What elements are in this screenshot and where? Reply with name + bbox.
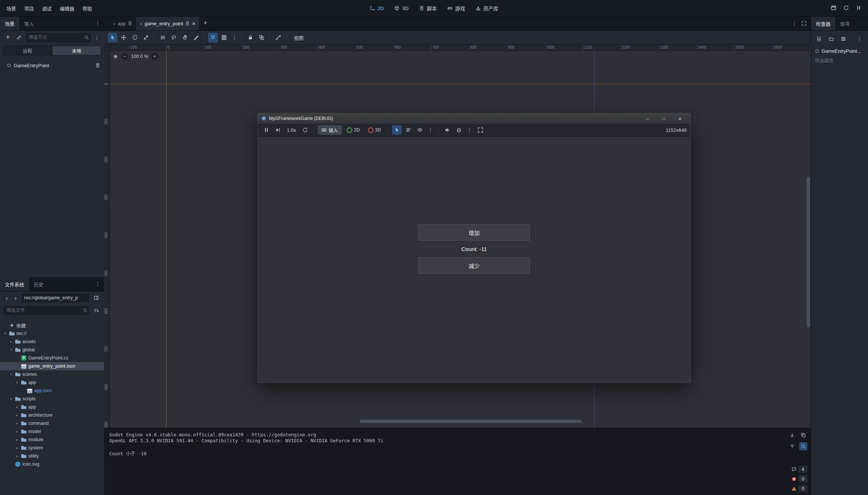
errors-badge[interactable]: 0 (791, 475, 807, 482)
scene-tab-game-entry-point[interactable]: game_entry_point (136, 16, 199, 30)
restart-game-button[interactable] (841, 3, 851, 13)
close-window-icon[interactable] (677, 116, 683, 121)
zoom-in-button[interactable]: + (151, 53, 158, 60)
menu-item[interactable]: 项目 (20, 3, 38, 13)
scroll-to-bottom-button[interactable] (788, 431, 796, 439)
attached-script-icon[interactable] (95, 63, 100, 68)
scene-tree-node[interactable]: GameEntryPoint (0, 61, 104, 70)
add-node-button[interactable] (3, 33, 13, 42)
file-tree-item[interactable]: game_entry_point.tscn (0, 362, 104, 370)
expand-arrow-icon[interactable] (15, 405, 19, 409)
grid-snap-button[interactable] (219, 33, 229, 42)
file-tree-item[interactable]: app (0, 378, 104, 387)
workspace-assetlib-button[interactable]: 资产库 (472, 3, 503, 14)
decrease-button[interactable]: 减少 (418, 257, 530, 274)
camera-3d-toggle[interactable]: 3D (365, 125, 384, 135)
fs-sort-button[interactable] (91, 306, 101, 315)
fullscreen-button[interactable] (476, 125, 485, 135)
rotate-tool-button[interactable] (130, 33, 140, 42)
distraction-free-button[interactable] (799, 19, 809, 28)
tab-filesystem[interactable]: 文件系统 (0, 277, 29, 291)
lasso-tool-button[interactable] (169, 33, 179, 42)
runtime-select-button[interactable] (392, 125, 402, 135)
filter-files-input[interactable] (6, 308, 80, 313)
new-scene-tab-button[interactable] (201, 19, 210, 28)
camera-2d-toggle[interactable]: 2D (344, 125, 363, 135)
tab-inspector[interactable]: 检查器 (811, 16, 835, 30)
game-window-titlebar[interactable]: MyGFrameworkGame (DEBUG) (258, 113, 690, 124)
2d-viewport[interactable]: -100010020030040050060070080090010001100… (104, 45, 811, 428)
file-tree-item[interactable]: scenes (0, 370, 104, 378)
list-select-button[interactable] (158, 33, 168, 42)
remote-button[interactable]: 远程 (3, 46, 52, 55)
file-tree-item[interactable]: icon.svg (0, 460, 104, 468)
workspace-game-button[interactable]: 游戏 (443, 3, 469, 14)
select-tool-button[interactable] (108, 33, 117, 42)
zoom-out-button[interactable]: − (121, 53, 128, 60)
file-tree-item[interactable]: command (0, 419, 104, 427)
inspector-menu-button[interactable] (855, 34, 864, 44)
fs-split-view-button[interactable] (91, 293, 101, 303)
smart-snap-button[interactable] (208, 33, 218, 42)
expand-arrow-icon[interactable] (15, 446, 19, 450)
center-view-icon[interactable] (113, 54, 118, 59)
new-resource-button[interactable] (816, 35, 822, 43)
file-tree-item[interactable]: architecture (0, 411, 104, 419)
menu-item[interactable]: 帮助 (78, 3, 96, 13)
scene-dock-menu-button[interactable] (94, 19, 102, 28)
ruler-tool-button[interactable] (191, 33, 201, 42)
file-tree-item[interactable]: GameEntryPoint.cs (0, 354, 104, 362)
movie-mode-button[interactable] (829, 3, 838, 13)
file-tree-item[interactable]: 收藏: (0, 321, 104, 329)
scene-tab-app[interactable]: app (109, 16, 136, 30)
messages-badge[interactable]: 4 (791, 466, 807, 473)
maximize-icon[interactable] (661, 116, 666, 121)
scene-tree-menu-button[interactable] (93, 33, 101, 42)
skeleton-options-button[interactable] (273, 33, 283, 42)
file-tree-item[interactable]: app (0, 403, 104, 411)
minimize-icon[interactable] (645, 116, 650, 121)
tab-signals[interactable]: 信号 (835, 16, 855, 30)
local-button[interactable]: 本地 (52, 46, 101, 55)
time-scale-label[interactable]: 1.0x (285, 127, 298, 133)
save-resource-button[interactable] (840, 35, 847, 43)
increase-button[interactable]: 增加 (418, 224, 530, 241)
snap-options-button[interactable] (230, 33, 239, 42)
expand-arrow-icon[interactable] (15, 381, 19, 384)
menu-item[interactable]: 调试 (38, 3, 56, 13)
file-tree-item[interactable]: res:// (0, 329, 104, 338)
log-search-button[interactable] (799, 442, 807, 450)
load-resource-button[interactable] (828, 35, 835, 43)
log-filter-button[interactable] (788, 442, 796, 450)
tab-import[interactable]: 导入 (19, 16, 39, 30)
debug-options-button[interactable] (454, 125, 464, 135)
expand-arrow-icon[interactable] (15, 438, 19, 442)
tab-history[interactable]: 历史 (29, 277, 48, 291)
expand-arrow-icon[interactable] (15, 421, 19, 425)
expand-arrow-icon[interactable] (9, 372, 13, 376)
workspace-2d-button[interactable]: 2D (366, 3, 388, 14)
file-tree-item[interactable]: scripts (0, 395, 104, 403)
reset-speed-button[interactable] (300, 125, 310, 135)
more-options-button[interactable] (466, 125, 474, 135)
file-tree-item[interactable]: app.tscn (0, 387, 104, 395)
runtime-list-button[interactable] (404, 125, 413, 135)
warnings-badge[interactable]: 0 (791, 485, 807, 492)
vertical-scrollbar[interactable] (807, 177, 810, 328)
instance-scene-button[interactable] (14, 33, 24, 42)
view-menu-button[interactable]: 视图 (290, 33, 307, 42)
copy-log-button[interactable] (799, 431, 807, 439)
file-tree-item[interactable]: module (0, 436, 104, 444)
expand-arrow-icon[interactable] (9, 397, 13, 401)
inspected-node-row[interactable]: GameEntryPoint... (811, 46, 868, 56)
expand-arrow-icon[interactable] (15, 430, 19, 433)
expand-arrow-icon[interactable] (9, 348, 13, 352)
workspace-script-button[interactable]: 脚本 (415, 3, 441, 14)
filter-properties-input[interactable] (815, 58, 864, 63)
scale-tool-button[interactable] (141, 33, 151, 42)
group-button[interactable] (257, 33, 266, 42)
zoom-level-label[interactable]: 100.0 % (131, 54, 148, 59)
fs-path-input[interactable] (24, 295, 87, 300)
expand-arrow-icon[interactable] (3, 332, 7, 335)
input-toggle-button[interactable]: 输入 (318, 125, 342, 135)
